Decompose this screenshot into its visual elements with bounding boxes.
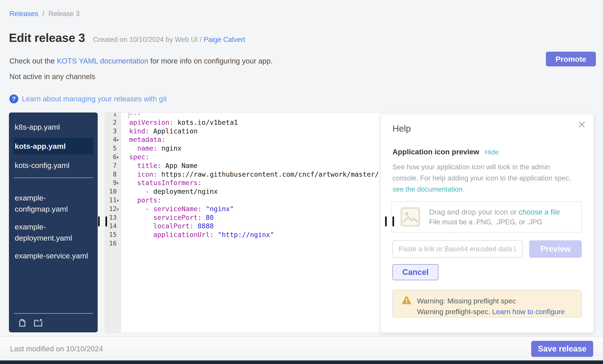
icon-url-input[interactable] [393, 240, 523, 258]
sidebar-file-item[interactable]: example-configmap.yaml [13, 191, 93, 216]
fold-arrow-icon[interactable]: ▾ [117, 205, 119, 214]
learn-configure-link[interactable]: Learn how to configure [492, 308, 565, 316]
git-help-row: ? Learn about managing your releases wit… [9, 94, 167, 103]
created-author-link[interactable]: Paige Calvert [204, 36, 245, 44]
code-text: - serviceName: "nginx" [121, 205, 234, 213]
dropzone-text: Drag and drop your icon or choose a file… [429, 208, 560, 226]
close-icon[interactable] [578, 121, 586, 129]
title-row: Edit release 3 Created on 10/10/2024 by … [9, 31, 245, 44]
description-line-2: console. For help adding your icon to th… [393, 173, 571, 184]
line-number: 3 [105, 127, 121, 136]
code-text: kind: Application [121, 127, 197, 136]
fold-arrow-icon[interactable]: ▾ [117, 179, 119, 188]
sidebar-file-item[interactable]: k8s-app.yaml [13, 120, 93, 134]
created-text: Created on 10/10/2024 by Web UI / [93, 36, 202, 44]
image-placeholder-icon [400, 206, 421, 228]
icon-preview-description: See how your application icon will look … [393, 162, 571, 195]
preview-button[interactable]: Preview [529, 240, 582, 258]
file-list-divider [14, 177, 93, 178]
code-text: localPort: 8888 [121, 222, 214, 231]
line-number: 7 [105, 162, 121, 170]
fold-arrow-icon[interactable]: ▾ [117, 196, 119, 205]
icon-preview-section: Application icon preview Hide [393, 148, 499, 156]
warning-detail: Warning preflight-spec. Learn how to con… [417, 306, 565, 317]
code-text: name: nginx [121, 144, 182, 153]
line-number: 5 [105, 144, 121, 153]
sidebar-resize-handle[interactable] [98, 217, 107, 226]
sidebar-footer [14, 313, 93, 329]
doc-line: Check out the KOTS YAML documentation fo… [9, 57, 273, 65]
line-number: 13 [105, 213, 121, 222]
warning-icon [402, 296, 411, 305]
cancel-button[interactable]: Cancel [393, 264, 439, 280]
code-text [121, 239, 129, 248]
bottom-strip [0, 360, 603, 364]
file-sidebar: k8s-app.yamlkots-app.yamlkots-config.yam… [9, 112, 98, 332]
help-panel: Help Application icon preview Hide See h… [380, 114, 594, 333]
add-folder-icon[interactable] [33, 317, 43, 328]
code-text: icon: https://raw.githubusercontent.com/… [121, 170, 379, 179]
see-documentation-link[interactable]: see the documentation [393, 185, 463, 193]
line-number: 10 [105, 187, 121, 196]
description-line-1: See how your application icon will look … [393, 162, 571, 173]
breadcrumb-current: Release 3 [48, 10, 80, 18]
sidebar-file-item[interactable]: example-deployment.yaml [13, 220, 93, 245]
line-number: 1 [105, 112, 121, 118]
warning-title: Warning: Missing preflight spec [417, 296, 565, 306]
code-text: - deployment/nginx [121, 187, 218, 196]
breadcrumb-releases-link[interactable]: Releases [9, 10, 38, 18]
footer-bar: Last modified on 10/10/2024 Save release [0, 337, 603, 360]
choose-file-link[interactable]: choose a file [519, 208, 560, 216]
channel-status: Not active in any channels [9, 72, 95, 81]
code-text: statusInformers: [121, 179, 202, 187]
line-number: 2 [105, 118, 121, 127]
code-text: spec: [121, 153, 149, 162]
created-info: Created on 10/10/2024 by Web UI / Paige … [93, 36, 245, 44]
add-file-icon[interactable] [17, 317, 27, 328]
doc-line-prefix: Check out the [9, 57, 55, 65]
file-list-examples: example-configmap.yamlexample-deployment… [9, 183, 98, 263]
code-text: servicePort: 80 [121, 213, 214, 222]
doc-line-suffix: for more info on configuring your app. [150, 57, 273, 65]
breadcrumb: Releases / Release 3 [9, 10, 80, 18]
icon-dropzone[interactable]: Drag and drop your icon or choose a file… [391, 201, 582, 232]
promote-button[interactable]: Promote [546, 52, 596, 66]
code-text: apiVersion: kots.io/v1beta1 [121, 118, 238, 127]
page-title: Edit release 3 [9, 31, 85, 44]
edit-release-page: Releases / Release 3 Edit release 3 Crea… [0, 0, 603, 364]
code-text: title: App Name [121, 162, 197, 170]
sidebar-file-item[interactable]: kots-app.yaml [13, 138, 93, 154]
code-text: metadata: [121, 135, 165, 144]
fold-arrow-icon[interactable]: ▾ [117, 136, 119, 144]
dropzone-requirements: File must be a .PNG, .JPEG, or .JPG [429, 218, 560, 226]
sidebar-file-item[interactable]: kots-config.yaml [13, 158, 93, 172]
code-text: ports: [121, 196, 162, 205]
dropzone-instruction: Drag and drop your icon or [429, 208, 517, 216]
preflight-warning: Warning: Missing preflight spec Warning … [393, 290, 582, 318]
help-title: Help [393, 124, 411, 134]
code-text: applicationUrl: "http://nginx" [121, 231, 274, 239]
hide-link[interactable]: Hide [485, 148, 499, 156]
line-number: 14 [105, 222, 121, 231]
kots-yaml-doc-link[interactable]: KOTS YAML documentation [57, 57, 148, 65]
breadcrumb-separator: / [42, 10, 44, 18]
last-modified-text: Last modified on 10/10/2024 [10, 345, 103, 353]
question-icon: ? [9, 94, 18, 103]
git-help-link[interactable]: Learn about managing your releases with … [22, 95, 167, 103]
line-number: 16 [105, 239, 121, 248]
help-resize-handle[interactable] [385, 217, 394, 226]
line-number: 15 [105, 231, 121, 239]
line-number: 8 [105, 170, 121, 179]
fold-arrow-icon[interactable]: ▾ [117, 153, 119, 162]
description-line-3: see the documentation. [393, 184, 571, 195]
file-list-primary: k8s-app.yamlkots-app.yamlkots-config.yam… [9, 112, 98, 172]
sidebar-file-item[interactable]: example-service.yaml [13, 249, 93, 263]
save-release-button[interactable]: Save release [531, 341, 593, 357]
indent-guide [145, 213, 146, 239]
code-text: --- [121, 112, 141, 118]
icon-preview-title: Application icon preview [393, 148, 479, 156]
